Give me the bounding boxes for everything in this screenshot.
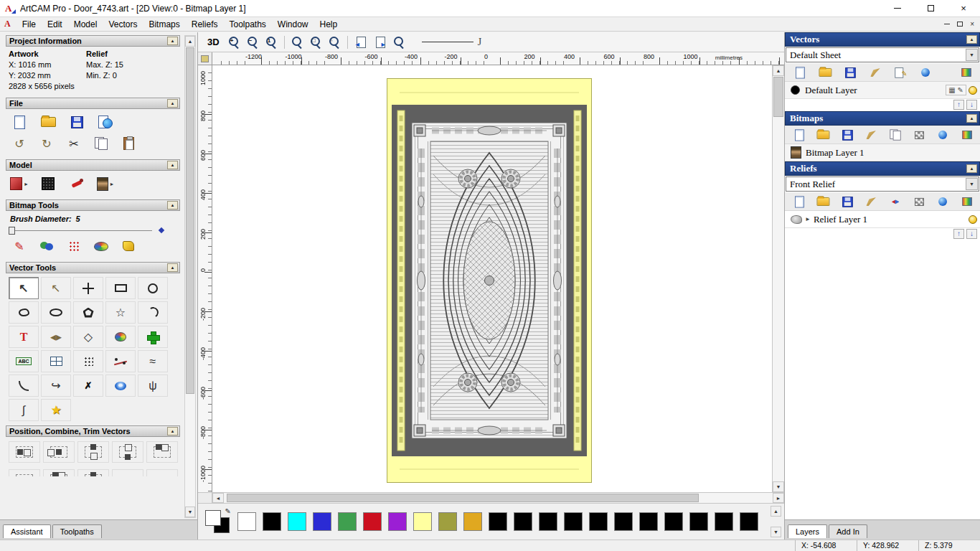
- copy-icon[interactable]: [92, 135, 110, 152]
- tab-add-in[interactable]: Add In: [829, 524, 867, 538]
- scroll-down-button[interactable]: ▼: [185, 507, 195, 517]
- minimize-button[interactable]: [881, 0, 914, 17]
- join-vectors-icon[interactable]: ↪: [41, 375, 71, 397]
- zoom-fit-icon[interactable]: □: [310, 36, 322, 48]
- expand-icon[interactable]: ►: [805, 216, 811, 222]
- block-paste-icon[interactable]: [138, 326, 168, 348]
- colour-swatch[interactable]: [564, 512, 583, 531]
- collapse-button[interactable]: ▲: [167, 263, 178, 272]
- merge-bitmap-layers-icon[interactable]: [959, 127, 974, 141]
- spline-tool-icon[interactable]: ≈: [138, 350, 168, 372]
- section-tool-icon[interactable]: ∫: [9, 399, 39, 421]
- new-relief-layer-icon[interactable]: [792, 194, 807, 208]
- new-bitmap-layer-icon[interactable]: [792, 127, 807, 141]
- brush-diameter-slider[interactable]: [7, 225, 180, 236]
- layer-visibility-icon[interactable]: [969, 86, 977, 95]
- subtract-vectors-icon[interactable]: [43, 469, 75, 476]
- measure-tool-icon[interactable]: ✗: [73, 375, 103, 397]
- mdi-close-button[interactable]: ×: [970, 20, 974, 28]
- extrude-tool-icon[interactable]: [105, 375, 136, 397]
- colour-swatch[interactable]: [388, 512, 407, 531]
- undo-icon[interactable]: ↺: [10, 135, 29, 152]
- offset-tool-icon[interactable]: ◇: [73, 326, 103, 348]
- next-view-icon[interactable]: ►: [374, 37, 387, 48]
- zoom-in-icon[interactable]: +: [228, 36, 240, 48]
- colour-swatch[interactable]: [489, 512, 507, 531]
- arc-tool-icon[interactable]: [138, 301, 168, 324]
- open-model-icon[interactable]: [39, 113, 57, 131]
- scrollbar-thumb[interactable]: [186, 47, 194, 394]
- transform-relief-icon[interactable]: ◂▸: [887, 194, 903, 208]
- face-wizard-icon[interactable]: ►: [96, 175, 115, 192]
- paste-icon[interactable]: [119, 135, 138, 152]
- zoom-previous-icon[interactable]: [393, 36, 405, 48]
- align-right-icon[interactable]: [43, 441, 75, 463]
- open-relief-layer-icon[interactable]: [816, 194, 831, 208]
- mdi-restore-button[interactable]: [957, 22, 963, 27]
- save-relief-layer-icon[interactable]: [840, 194, 855, 208]
- merge-relief-layers-icon[interactable]: [959, 194, 974, 208]
- tab-layers[interactable]: Layers: [788, 524, 827, 538]
- scatter-icon[interactable]: ⁘: [112, 469, 143, 476]
- menu-file[interactable]: File: [17, 19, 42, 29]
- palette-scroll-down-button[interactable]: ▼: [771, 527, 781, 537]
- ellipse-tool-icon[interactable]: [41, 301, 71, 324]
- scroll-up-button[interactable]: ▲: [773, 65, 784, 76]
- transform-tool-icon[interactable]: [73, 277, 103, 299]
- primary-colour[interactable]: [205, 510, 221, 526]
- colour-swatch[interactable]: [463, 512, 482, 531]
- move-layer-up-button[interactable]: ↑: [953, 229, 964, 239]
- collapse-button[interactable]: ▲: [167, 99, 178, 108]
- drawing-canvas[interactable]: [212, 65, 772, 492]
- edit-layer-icon[interactable]: ✎: [958, 86, 963, 94]
- rectangle-tool-icon[interactable]: [105, 277, 136, 299]
- layer-colour-swatch[interactable]: [791, 85, 800, 95]
- nesting-tool-icon[interactable]: [73, 350, 103, 372]
- fit-curve-tool-icon[interactable]: [105, 350, 136, 372]
- weld-vectors-icon[interactable]: [9, 469, 40, 476]
- align-left-icon[interactable]: [9, 441, 40, 463]
- align-top-icon[interactable]: [77, 441, 109, 463]
- layer-visibility-icon[interactable]: [969, 215, 977, 224]
- feather-icon[interactable]: [864, 194, 879, 208]
- polygon-tool-icon[interactable]: [73, 301, 103, 324]
- menu-help[interactable]: Help: [314, 19, 344, 29]
- save-bitmap-layer-icon[interactable]: [840, 127, 855, 141]
- menu-edit[interactable]: Edit: [42, 19, 68, 29]
- layer-name[interactable]: Bitmap Layer 1: [806, 147, 977, 159]
- mirror-tool-icon[interactable]: ◂▸: [41, 326, 71, 348]
- scroll-up-button[interactable]: ▲: [185, 36, 195, 47]
- relief-wizard-icon[interactable]: ►: [10, 175, 29, 192]
- relief-layer-row[interactable]: ► Relief Layer 1: [785, 211, 980, 228]
- freehand-tool-icon[interactable]: [9, 301, 39, 324]
- menu-reliefs[interactable]: Reliefs: [186, 19, 224, 29]
- scrollbar-track[interactable]: [224, 493, 773, 503]
- colour-swatch[interactable]: [639, 512, 658, 531]
- palette-scroll-up-button[interactable]: ▲: [771, 506, 781, 517]
- menu-model[interactable]: Model: [68, 19, 103, 29]
- colour-swatch[interactable]: [664, 512, 683, 531]
- flood-fill-icon[interactable]: [119, 237, 138, 255]
- paint-icon[interactable]: [37, 237, 56, 255]
- slider-handle[interactable]: [9, 227, 15, 235]
- sphere-icon[interactable]: [936, 127, 951, 141]
- colour-swatch[interactable]: [288, 512, 306, 531]
- branch-tool-icon[interactable]: ψ: [138, 375, 168, 397]
- text-tool-icon[interactable]: T: [9, 326, 39, 348]
- chevron-down-icon[interactable]: ▼: [966, 49, 978, 61]
- checker-relief-icon[interactable]: [912, 194, 927, 208]
- circle-tool-icon[interactable]: [138, 277, 168, 299]
- collapse-button[interactable]: ▲: [167, 427, 178, 435]
- fillet-tool-icon[interactable]: [9, 375, 39, 397]
- zoom-out-icon[interactable]: −: [247, 36, 259, 48]
- colour-swatch[interactable]: [313, 512, 331, 531]
- menu-window[interactable]: Window: [272, 19, 314, 29]
- canvas-vertical-scrollbar[interactable]: ▲ ▼: [772, 65, 784, 492]
- layer-name[interactable]: Default Layer: [805, 85, 946, 96]
- menu-bitmaps[interactable]: Bitmaps: [143, 19, 185, 29]
- zoom-object-icon[interactable]: ◦: [329, 36, 341, 48]
- star-tool-icon[interactable]: ☆: [105, 301, 136, 324]
- vector-wizard-icon[interactable]: ★: [41, 399, 71, 421]
- canvas-horizontal-scrollbar[interactable]: ◄ ►: [198, 492, 784, 503]
- sphere-icon[interactable]: [918, 65, 933, 79]
